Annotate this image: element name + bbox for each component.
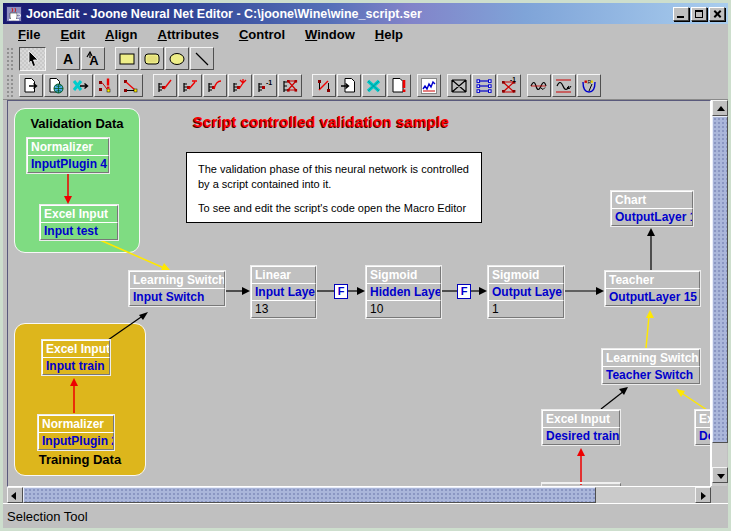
- delete-button[interactable]: [362, 74, 386, 97]
- mesh-black-icon: [450, 77, 468, 95]
- rounded-rectangle-tool-button[interactable]: [140, 47, 164, 70]
- application-window: JoonEdit - Joone Neural Net Editor - C:\…: [0, 0, 731, 531]
- scroll-up-button[interactable]: [712, 100, 728, 116]
- node-input-layer[interactable]: Linear Input Layer 13: [250, 265, 317, 319]
- diagram-canvas[interactable]: Validation Data Training Data: [7, 100, 711, 487]
- node-normalizer-validation[interactable]: Normalizer InputPlugin 4: [26, 137, 110, 174]
- minimize-button[interactable]: [673, 7, 689, 21]
- layer-mesh-icon: [281, 77, 299, 95]
- maximize-button[interactable]: [691, 7, 707, 21]
- scroll-down-button[interactable]: [712, 467, 728, 483]
- delay-synapse-button[interactable]: -1: [497, 74, 521, 97]
- add-sigmoid-layer-button[interactable]: [178, 74, 202, 97]
- add-synapse-button[interactable]: [119, 74, 143, 97]
- rotated-text-tool-button[interactable]: A: [81, 47, 105, 70]
- synapse-button[interactable]: [312, 74, 336, 97]
- java-app-icon: [6, 6, 22, 22]
- vertical-scroll-thumb[interactable]: [712, 116, 728, 443]
- line-tool-button[interactable]: [190, 47, 214, 70]
- gauge-button[interactable]: R: [577, 74, 601, 97]
- page-exclamation-icon: [390, 77, 408, 95]
- svg-text:R: R: [588, 78, 592, 84]
- node-hidden-layer[interactable]: Sigmoid Hidden Layer 10: [365, 265, 442, 319]
- menu-edit[interactable]: Edit: [51, 26, 94, 43]
- toolbar-components: -1: [3, 72, 728, 100]
- toolbar-grip[interactable]: [6, 74, 15, 97]
- selection-tool-button[interactable]: [19, 47, 46, 71]
- node-teacher[interactable]: Teacher OutputLayer 15: [604, 270, 701, 307]
- add-logarithmic-layer-button[interactable]: [228, 74, 252, 97]
- menu-help[interactable]: Help: [366, 26, 412, 43]
- rectangle-tool-button[interactable]: [115, 47, 139, 70]
- ellipse-shape-icon: [168, 50, 186, 68]
- node-name: InputPlugin 2: [38, 432, 114, 450]
- ellipse-tool-button[interactable]: [165, 47, 189, 70]
- node-excel-desired-train[interactable]: Excel Input Desired train: [541, 409, 621, 446]
- node-excel-input-train[interactable]: Excel Input Input train: [41, 339, 111, 376]
- add-inverse-layer-button[interactable]: -1: [253, 74, 277, 97]
- text-tool-button[interactable]: A: [56, 47, 80, 70]
- input-wave-button[interactable]: [527, 74, 551, 97]
- scroll-right-icon: [701, 492, 706, 500]
- menu-control[interactable]: Control: [230, 26, 294, 43]
- node-partial-bottom[interactable]: [541, 482, 621, 486]
- node-type: Ex: [695, 410, 711, 428]
- scroll-down-icon: [717, 474, 725, 479]
- add-linear-layer-button[interactable]: [153, 74, 177, 97]
- node-input-switch[interactable]: Learning Switch Input Switch: [128, 270, 226, 307]
- check-net-button[interactable]: [94, 74, 118, 97]
- note-line-1: The validation phase of this neural netw…: [198, 162, 481, 177]
- node-type: Linear: [251, 266, 316, 284]
- mesh-inverse-icon: -1: [500, 77, 518, 95]
- add-context-layer-button[interactable]: [278, 74, 302, 97]
- full-synapse-f2[interactable]: F: [457, 284, 471, 299]
- node-name: OutputLayer 15: [605, 288, 700, 306]
- menu-attributes[interactable]: Attributes: [148, 26, 227, 43]
- svg-text:-1: -1: [510, 77, 516, 83]
- node-type: Learning Switch: [602, 349, 700, 367]
- node-chart[interactable]: Chart OutputLayer 1: [610, 190, 694, 227]
- menu-file[interactable]: File: [9, 26, 49, 43]
- import-net-button[interactable]: [337, 74, 361, 97]
- node-type: Excel Input: [42, 340, 110, 358]
- direct-synapse-button[interactable]: [472, 74, 496, 97]
- node-excel-partial[interactable]: Ex De: [694, 409, 711, 446]
- node-excel-input-test[interactable]: Excel Input Input test: [39, 204, 119, 241]
- node-teacher-switch[interactable]: Learning Switch Teacher Switch: [601, 348, 701, 385]
- chart-control-button[interactable]: [417, 74, 441, 97]
- horizontal-scroll-thumb[interactable]: [23, 487, 596, 503]
- horizontal-scrollbar[interactable]: [7, 487, 711, 503]
- page-globe-icon: [47, 77, 65, 95]
- output-wave-button[interactable]: [552, 74, 576, 97]
- full-synapse-button[interactable]: [447, 74, 471, 97]
- node-rows: 1: [488, 300, 564, 318]
- scroll-left-button[interactable]: [7, 487, 23, 503]
- synapse-red-icon: [315, 77, 333, 95]
- title-bar[interactable]: JoonEdit - Joone Neural Net Editor - C:\…: [3, 3, 728, 24]
- remove-arrow-button[interactable]: [69, 74, 93, 97]
- node-name: OutputLayer 1: [611, 208, 693, 226]
- scrollbar-corner: [712, 487, 728, 503]
- minimize-icon: [677, 16, 684, 18]
- menu-window[interactable]: Window: [296, 26, 364, 43]
- note-box[interactable]: The validation phase of this neural netw…: [186, 152, 482, 223]
- rows-blue-icon: [475, 77, 493, 95]
- wave-icon: [530, 77, 548, 95]
- chart-wave-icon: [420, 77, 438, 95]
- export-net-button[interactable]: [19, 74, 43, 97]
- wave-lines-icon: [555, 77, 573, 95]
- layer-fork-icon: [231, 77, 249, 95]
- full-synapse-f1[interactable]: F: [334, 284, 348, 299]
- layer-tbar-icon: [181, 77, 199, 95]
- add-tanh-layer-button[interactable]: [203, 74, 227, 97]
- menu-align[interactable]: Align: [96, 26, 147, 43]
- node-normalizer-training[interactable]: Normalizer InputPlugin 2: [37, 414, 115, 451]
- net-info-button[interactable]: [387, 74, 411, 97]
- scroll-right-button[interactable]: [695, 487, 711, 503]
- node-output-layer[interactable]: Sigmoid Output Layer 1: [487, 265, 565, 319]
- toolbar-grip[interactable]: [6, 47, 15, 70]
- page-arrow-out-icon: [22, 77, 40, 95]
- vertical-scrollbar[interactable]: [711, 100, 727, 486]
- export-web-button[interactable]: [44, 74, 68, 97]
- close-button[interactable]: [709, 7, 725, 21]
